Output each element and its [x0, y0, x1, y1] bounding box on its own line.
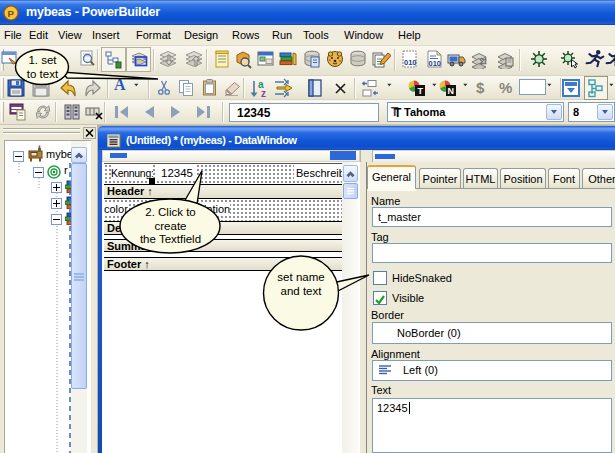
svg-text:010: 010	[429, 59, 442, 68]
svg-text:010: 010	[404, 58, 417, 67]
svg-text:T: T	[418, 86, 424, 96]
svg-text:N: N	[448, 86, 455, 96]
svg-text:P: P	[7, 8, 14, 19]
svg-text:z: z	[261, 88, 266, 98]
